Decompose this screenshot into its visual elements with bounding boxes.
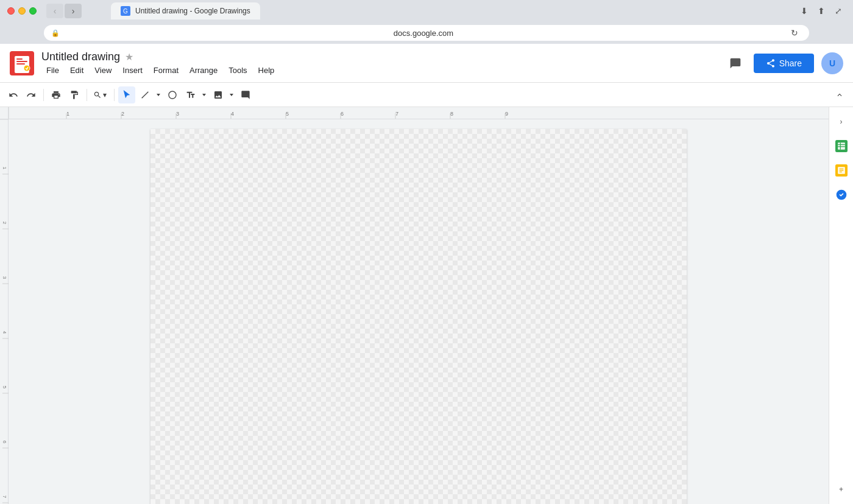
toolbar-divider-2 [87,89,87,101]
svg-text:1: 1 [66,111,69,117]
svg-text:7: 7 [2,495,7,499]
fullscreen-icon[interactable]: ⤢ [831,4,846,18]
undo-button[interactable] [5,86,22,103]
ruler-corner [0,107,9,119]
share-button[interactable]: Share [754,54,814,73]
image-icon [213,90,223,100]
menu-help[interactable]: Help [253,65,280,76]
collapse-toolbar-button[interactable] [831,86,848,103]
line-chevron-icon [155,92,161,98]
drawing-canvas[interactable] [150,129,687,504]
downloads-icon[interactable]: ⬇ [797,4,812,18]
sidebar-collapse-button[interactable]: › [832,112,851,131]
app-logo-icon [10,51,34,75]
vertical-ruler-svg: 1 2 3 4 5 6 7 [0,119,9,504]
ruler-marks-svg: 1 2 3 4 5 6 7 8 [9,107,829,119]
shape-tool-button[interactable] [164,86,181,103]
collapse-icon [835,91,844,99]
svg-rect-44 [838,142,845,150]
svg-text:G: G [123,8,128,15]
select-icon [122,90,132,100]
menu-insert[interactable]: Insert [118,65,147,76]
right-sidebar: › [829,107,853,504]
header-actions: Share U [724,52,843,74]
svg-rect-5 [16,61,27,62]
tab-favicon-icon: G [121,6,130,16]
comments-button[interactable] [724,52,746,74]
share-icon [766,58,776,68]
sheets-panel-button[interactable] [832,136,851,156]
main-area: 1 2 3 4 5 6 7 8 [0,107,853,504]
shape-icon [168,90,177,100]
svg-text:4: 4 [2,331,7,334]
svg-text:1: 1 [2,167,7,170]
tasks-panel-button[interactable] [832,161,851,180]
textbox-dropdown[interactable] [200,86,208,103]
menu-bar: File Edit View Insert Format Arrange Too… [41,65,724,76]
check-icon [835,189,848,201]
canvas-scroll-area[interactable] [9,119,829,504]
svg-text:9: 9 [505,111,508,117]
ruler-vertical: 1 2 3 4 5 6 7 [0,119,9,504]
svg-text:4: 4 [231,111,234,117]
line-dropdown[interactable] [154,86,163,103]
canvas-area-row: 1 2 3 4 5 6 7 [0,119,829,504]
textbox-icon [186,90,196,100]
back-button[interactable]: ‹ [46,4,63,18]
undo-icon [9,90,18,100]
maximize-button[interactable] [29,7,37,15]
print-icon [51,90,61,100]
share-page-icon[interactable]: ⬆ [814,4,829,18]
svg-text:5: 5 [286,111,289,117]
redo-button[interactable] [23,86,40,103]
zoom-value: ▾ [103,91,107,99]
line-icon [140,90,150,100]
zoom-control[interactable]: ▾ [91,91,110,99]
line-tool-button[interactable] [136,86,154,103]
reload-button[interactable]: ↻ [787,26,802,40]
svg-text:3: 3 [176,111,179,117]
minimize-button[interactable] [18,7,26,15]
sheets-icon [835,140,848,152]
textbox-chevron-icon [201,92,207,98]
comment-tool-button[interactable] [237,86,254,103]
check-panel-button[interactable] [832,185,851,205]
svg-rect-6 [16,63,25,65]
select-tool-button[interactable] [118,86,135,103]
browser-tab[interactable]: G Untitled drawing - Google Drawings [111,2,260,19]
menu-format[interactable]: Format [149,65,183,76]
traffic-lights [7,7,37,15]
svg-text:3: 3 [2,276,7,279]
sidebar-expand-button[interactable]: + [832,480,851,499]
menu-view[interactable]: View [90,65,116,76]
menu-tools[interactable]: Tools [224,65,252,76]
image-tool-button[interactable] [210,86,227,103]
menu-file[interactable]: File [41,65,64,76]
svg-text:6: 6 [2,441,7,444]
svg-text:8: 8 [450,111,453,117]
textbox-tool-button[interactable] [182,86,199,103]
menu-edit[interactable]: Edit [65,65,88,76]
svg-text:7: 7 [395,111,398,117]
paint-format-icon [69,90,79,100]
star-icon[interactable]: ★ [125,51,133,63]
app-header: Untitled drawing ★ File Edit View Insert… [0,44,853,83]
menu-arrange[interactable]: Arrange [185,65,222,76]
close-button[interactable] [7,7,15,15]
user-avatar[interactable]: U [821,52,843,74]
address-bar[interactable]: 🔒 docs.google.com ↻ [44,25,809,41]
svg-line-8 [142,91,149,98]
svg-point-7 [24,65,30,71]
canvas-inner [9,119,829,504]
image-dropdown[interactable] [227,86,236,103]
svg-text:2: 2 [121,111,124,117]
forward-button[interactable]: › [65,4,82,18]
doc-title[interactable]: Untitled drawing [41,51,120,63]
comments-icon [729,57,742,69]
lock-icon: 🔒 [51,29,60,37]
paint-format-button[interactable] [66,86,83,103]
print-button[interactable] [48,86,65,103]
share-label: Share [779,58,802,68]
ruler-horizontal: 1 2 3 4 5 6 7 8 [9,107,829,119]
url-text: docs.google.com [63,29,784,38]
